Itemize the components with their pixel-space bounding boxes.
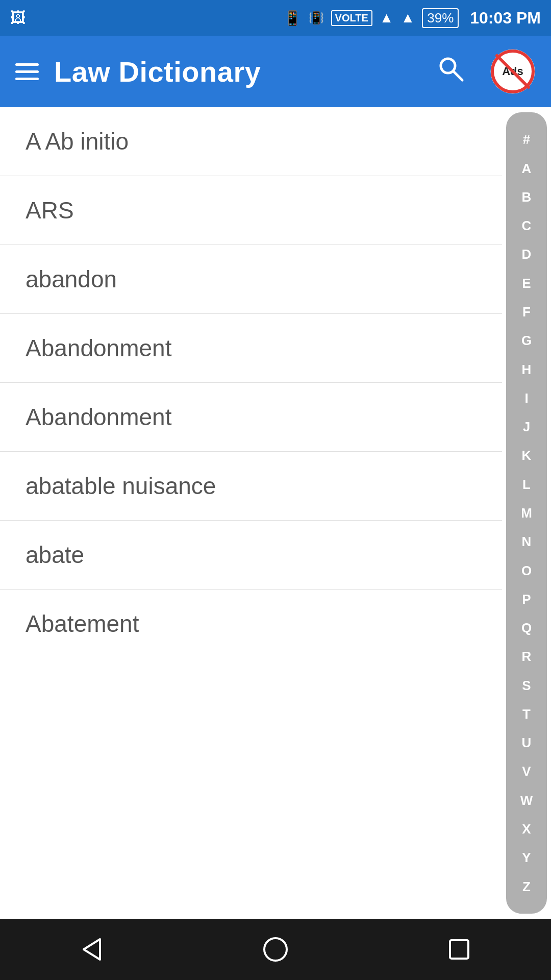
alpha-letter-K[interactable]: K xyxy=(522,448,532,463)
main-content: A Ab initioARSabandonAbandonmentAbandonm… xyxy=(0,107,551,919)
alpha-letter-D[interactable]: D xyxy=(522,247,532,262)
battery-indicator: 39% xyxy=(422,8,459,28)
dict-term: abate xyxy=(26,542,84,568)
svg-point-7 xyxy=(264,938,287,961)
bottom-nav xyxy=(0,919,551,980)
volte-badge: VOLTE xyxy=(331,10,372,26)
alpha-letter-L[interactable]: L xyxy=(522,477,531,492)
alpha-letter-M[interactable]: M xyxy=(521,505,532,521)
dict-term: Abatement xyxy=(26,610,139,637)
dict-list-item[interactable]: abate xyxy=(0,521,502,590)
menu-button[interactable] xyxy=(15,63,39,80)
vibrate-icon: 📳 xyxy=(309,11,324,25)
alpha-letter-Y[interactable]: Y xyxy=(522,850,531,865)
alpha-letter-P[interactable]: P xyxy=(522,592,531,607)
alpha-letter-F[interactable]: F xyxy=(522,304,531,320)
alpha-letter-#[interactable]: # xyxy=(523,132,530,147)
dict-term: Abandonment xyxy=(26,335,171,361)
dict-list-item[interactable]: abatable nuisance xyxy=(0,452,502,521)
recent-apps-button[interactable] xyxy=(439,929,480,970)
search-button[interactable] xyxy=(437,55,464,88)
svg-line-1 xyxy=(454,71,462,80)
alpha-letter-W[interactable]: W xyxy=(520,793,533,808)
alpha-index[interactable]: #ABCDEFGHIJKLMNOPQRSTUVWXYZ xyxy=(506,112,547,914)
phone-icon: 📱 xyxy=(284,10,302,27)
alpha-letter-T[interactable]: T xyxy=(522,706,531,722)
status-bar: 🖼 📱 📳 VOLTE ▲ ▲ 39% 10:03 PM xyxy=(0,0,551,36)
signal2-icon: ▲ xyxy=(401,10,415,26)
alpha-letter-U[interactable]: U xyxy=(522,735,532,750)
dict-list-item[interactable]: ARS xyxy=(0,176,502,245)
dict-list-item[interactable]: abandon xyxy=(0,245,502,314)
alpha-letter-I[interactable]: I xyxy=(524,390,528,406)
status-time: 10:03 PM xyxy=(470,9,541,28)
alpha-letter-B[interactable]: B xyxy=(522,189,532,205)
home-button[interactable] xyxy=(255,929,296,970)
menu-icon[interactable] xyxy=(15,63,39,80)
alpha-letter-Z[interactable]: Z xyxy=(522,879,531,894)
alpha-letter-R[interactable]: R xyxy=(522,649,532,664)
dict-list-item[interactable]: A Ab initio xyxy=(0,107,502,176)
svg-rect-8 xyxy=(450,940,468,959)
alpha-letter-N[interactable]: N xyxy=(522,534,532,549)
dict-term: Abandonment xyxy=(26,404,171,430)
dict-term: ARS xyxy=(26,197,74,224)
ads-button[interactable]: Ads xyxy=(490,48,536,94)
alpha-letter-C[interactable]: C xyxy=(522,218,532,233)
dict-list-item[interactable]: Abandonment xyxy=(0,383,502,452)
app-bar: Law Dictionary Ads xyxy=(0,36,551,107)
app-title: Law Dictionary xyxy=(54,55,421,88)
back-button[interactable] xyxy=(71,929,112,970)
dict-term: abatable nuisance xyxy=(26,473,216,499)
dict-list-item[interactable]: Abandonment xyxy=(0,314,502,383)
alpha-letter-H[interactable]: H xyxy=(522,362,532,377)
dict-list[interactable]: A Ab initioARSabandonAbandonmentAbandonm… xyxy=(0,107,502,919)
alpha-letter-A[interactable]: A xyxy=(522,161,532,176)
dict-term: A Ab initio xyxy=(26,128,129,155)
alpha-letter-O[interactable]: O xyxy=(521,563,532,578)
alpha-letter-G[interactable]: G xyxy=(521,333,532,348)
alpha-letter-J[interactable]: J xyxy=(523,419,530,434)
dict-list-item[interactable]: Abatement xyxy=(0,590,502,658)
photo-icon: 🖼 xyxy=(10,9,26,27)
alpha-letter-S[interactable]: S xyxy=(522,678,531,693)
alpha-letter-V[interactable]: V xyxy=(522,764,531,779)
alpha-letter-Q[interactable]: Q xyxy=(521,620,532,635)
alpha-letter-E[interactable]: E xyxy=(522,276,531,291)
dict-term: abandon xyxy=(26,266,117,292)
alpha-letter-X[interactable]: X xyxy=(522,821,531,837)
signal-icon: ▲ xyxy=(380,10,394,26)
svg-marker-6 xyxy=(84,939,100,960)
